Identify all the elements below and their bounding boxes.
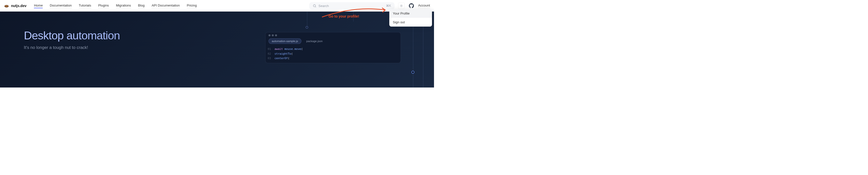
dropdown-sign-out[interactable]: Sign out [389,18,432,27]
line-content: centerOf( [275,56,289,61]
svg-line-3 [315,6,316,7]
line-number: 02 [266,51,275,57]
dropdown-your-profile[interactable]: Your Profile [389,9,432,18]
annotation-arrow [319,7,390,21]
svg-line-11 [400,6,401,7]
github-link[interactable] [408,2,415,9]
code-tab-package[interactable]: package.json [303,39,326,44]
nut-logo-icon [4,3,9,8]
line-content: await mouse.move( [275,47,303,51]
svg-point-4 [401,5,402,6]
code-line: 01await mouse.move( [266,47,401,51]
brand[interactable]: nutjs.dev [4,3,26,8]
line-number: 01 [266,47,275,51]
brand-name: nutjs.dev [11,4,26,8]
svg-line-8 [402,6,402,7]
nav-tutorials[interactable]: Tutorials [79,3,91,8]
window-dot-icon [272,34,274,36]
theme-toggle-button[interactable] [398,2,405,9]
nav-api-documentation[interactable]: API Documentation [152,3,180,8]
window-dot-icon [275,34,277,36]
code-body: 01await mouse.move(02 straightTo(03 cent… [266,46,401,63]
code-titlebar [266,32,401,38]
line-number: 03 [266,56,275,61]
search-icon [313,4,316,8]
hero-section: Desktop automation It's no longer a toug… [0,11,434,88]
account-dropdown: Your Profile Sign out [389,9,432,27]
nav-documentation[interactable]: Documentation [50,3,71,8]
code-tab-sample[interactable]: automation-sample.js [269,38,301,44]
nav-home[interactable]: Home [34,3,43,8]
github-icon [409,3,414,8]
line-content: straightTo( [275,51,293,57]
nav-blog[interactable]: Blog [138,3,145,8]
code-line: 03 centerOf( [266,56,401,61]
main-nav: Home Documentation Tutorials Plugins Mig… [34,3,197,8]
code-card: automation-sample.js package.json 01awai… [265,32,401,63]
svg-line-12 [402,5,402,5]
svg-line-7 [400,5,401,5]
annotation-text: Go to your profile! [329,14,359,18]
svg-point-2 [313,4,316,7]
svg-point-1 [5,5,8,7]
account-link[interactable]: Account [418,3,430,8]
nav-plugins[interactable]: Plugins [98,3,109,8]
code-tabs: automation-sample.js package.json [266,38,401,46]
sun-icon [400,4,403,7]
nav-pricing[interactable]: Pricing [187,3,197,8]
window-dot-icon [269,34,271,36]
nav-migrations[interactable]: Migrations [116,3,131,8]
code-line: 02 straightTo( [266,51,401,57]
